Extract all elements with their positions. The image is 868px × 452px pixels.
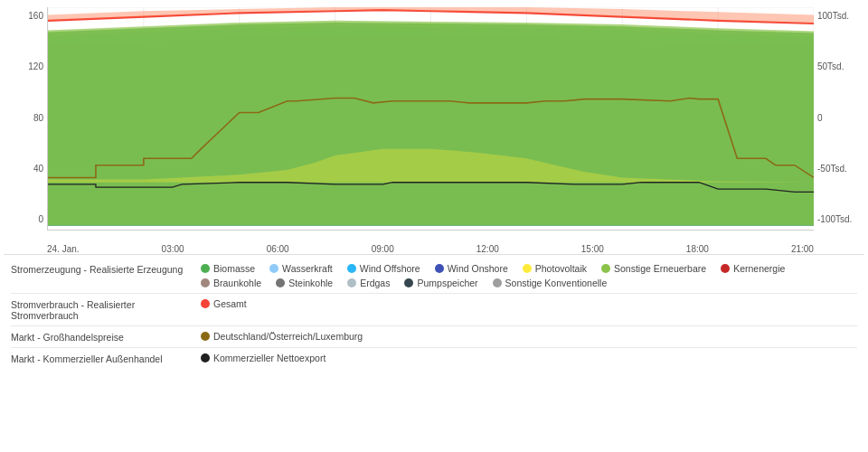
chart-wrapper: Euro/MWh MWh: [47, 7, 814, 242]
legend-item-braunkohle: Braunkohle: [201, 278, 261, 288]
legend-dot: [201, 278, 210, 287]
legend-item-kernenergie: Kernenergie: [721, 263, 785, 274]
x-tick-9: 09:00: [372, 244, 394, 254]
legend-area: Stromerzeugung - Realisierte Erzeugung B…: [4, 254, 864, 448]
legend-item-wind-onshore: Wind Onshore: [435, 263, 508, 274]
legend-item-wasserkraft: Wasserkraft: [269, 263, 333, 274]
legend-dot: [601, 264, 610, 273]
y-right-tick-minus50: -50Tsd.: [817, 164, 847, 174]
legend-dot: [201, 353, 210, 363]
legend-item-sonstige-erneuerbare: Sonstige Erneuerbare: [601, 263, 706, 274]
legend-item-biomasse: Biomasse: [201, 263, 255, 274]
legend-item-label: Gesamt: [213, 298, 247, 309]
svg-marker-26: [48, 21, 814, 226]
chart-main: Euro/MWh MWh: [47, 7, 814, 231]
legend-dot: [347, 264, 356, 273]
legend-item-label: Sonstige Erneuerbare: [614, 263, 706, 274]
legend-item-kommerzieller-nettoexport: Kommerzieller Nettoexport: [201, 353, 326, 363]
legend-item-label: Sonstige Konventionelle: [505, 278, 608, 288]
legend-dot: [201, 299, 210, 308]
legend-label-0: Stromerzeugung - Realisierte Erzeugung: [11, 263, 201, 275]
legend-dot: [347, 278, 356, 287]
legend-section-3: Markt - Kommerzieller Außenhandel Kommer…: [11, 348, 857, 369]
x-tick-15: 15:00: [581, 244, 604, 254]
legend-item-label: Pumpspeicher: [417, 278, 477, 288]
legend-dot: [201, 264, 210, 273]
y-right-tick-minus100: -100Tsd.: [817, 214, 852, 224]
x-tick-3: 03:00: [162, 244, 184, 254]
x-tick-18: 18:00: [686, 244, 709, 254]
legend-item-steinkohle: Steinkohle: [276, 278, 333, 288]
legend-section-0: Stromerzeugung - Realisierte Erzeugung B…: [11, 259, 857, 294]
chart-svg: [48, 7, 814, 228]
legend-item-label: Wind Onshore: [448, 263, 508, 274]
y-axis-right: 100Tsd. 50Tsd. 0 -50Tsd. -100Tsd.: [814, 7, 864, 242]
legend-item-label: Kommerzieller Nettoexport: [213, 353, 326, 363]
y-tick-120: 120: [28, 61, 43, 71]
legend-item-sonstige-konventionelle: Sonstige Konventionelle: [493, 278, 608, 288]
legend-section-2: Markt - Großhandelspreise Deutschland/Ös…: [11, 326, 857, 348]
y-right-tick-100: 100Tsd.: [817, 11, 849, 21]
legend-label-3: Markt - Kommerzieller Außenhandel: [11, 353, 201, 364]
x-tick-0: 24. Jan.: [47, 244, 80, 254]
x-tick-6: 06:00: [267, 244, 289, 254]
x-tick-21: 21:00: [791, 244, 814, 254]
legend-item-deutschland/österreich/luxemburg: Deutschland/Österreich/Luxemburg: [201, 331, 363, 342]
legend-label-2: Markt - Großhandelspreise: [11, 331, 201, 343]
y-right-tick-0: 0: [817, 113, 823, 123]
legend-dot: [201, 332, 210, 341]
legend-dot: [493, 278, 502, 287]
legend-dot: [276, 278, 285, 287]
legend-item-gesamt: Gesamt: [201, 298, 247, 309]
legend-dot: [404, 278, 413, 287]
x-tick-12: 12:00: [476, 244, 499, 254]
y-axis-left: 160 120 80 40 0: [4, 7, 47, 242]
legend-label-1: Stromverbrauch - Realisierter Stromverbr…: [11, 298, 201, 321]
legend-item-label: Steinkohle: [288, 278, 333, 288]
y-tick-80: 80: [33, 113, 43, 123]
legend-section-1: Stromverbrauch - Realisierter Stromverbr…: [11, 294, 857, 326]
legend-item-label: Wind Offshore: [360, 263, 420, 274]
legend-item-label: Kernenergie: [733, 263, 785, 274]
chart-area: 160 120 80 40 0 Euro/MWh MWh: [4, 7, 864, 242]
legend-items-1: Gesamt: [201, 298, 857, 309]
legend-item-label: Braunkohle: [213, 278, 261, 288]
legend-items-0: BiomasseWasserkraftWind OffshoreWind Ons…: [201, 263, 857, 288]
legend-item-wind-offshore: Wind Offshore: [347, 263, 420, 274]
legend-item-label: Erdgas: [360, 278, 390, 288]
legend-dot: [721, 264, 730, 273]
y-tick-40: 40: [33, 164, 43, 174]
y-right-tick-50: 50Tsd.: [817, 61, 844, 71]
y-tick-160: 160: [28, 11, 43, 21]
legend-item-label: Biomasse: [213, 263, 255, 274]
main-container: 160 120 80 40 0 Euro/MWh MWh: [0, 0, 868, 452]
legend-item-label: Photovoltaik: [535, 263, 587, 274]
legend-item-label: Deutschland/Österreich/Luxemburg: [213, 331, 363, 342]
x-axis-labels: 24. Jan. 03:00 06:00 09:00 12:00 15:00 1…: [4, 244, 864, 254]
legend-item-photovoltaik: Photovoltaik: [523, 263, 587, 274]
legend-items-3: Kommerzieller Nettoexport: [201, 353, 857, 363]
legend-items-2: Deutschland/Österreich/Luxemburg: [201, 331, 857, 342]
legend-dot: [523, 264, 532, 273]
legend-dot: [435, 264, 444, 273]
legend-dot: [269, 264, 278, 273]
legend-item-pumpspeicher: Pumpspeicher: [404, 278, 477, 288]
legend-item-label: Wasserkraft: [282, 263, 333, 274]
legend-item-erdgas: Erdgas: [347, 278, 390, 288]
y-tick-0: 0: [38, 214, 43, 224]
